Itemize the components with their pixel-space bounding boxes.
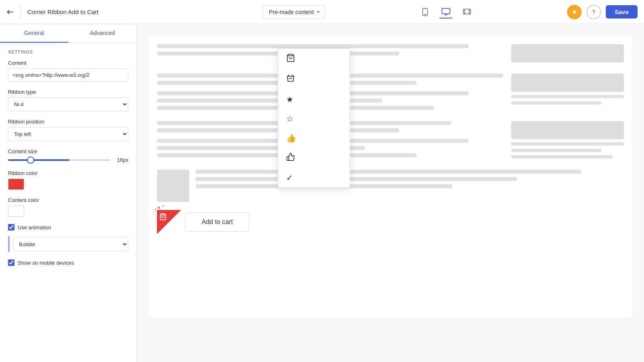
mobile-device-icon[interactable] <box>419 6 431 19</box>
content-input[interactable] <box>8 68 128 82</box>
ribbon-position-group: Ribbon position Top left <box>8 119 128 141</box>
top-lines <box>157 44 624 66</box>
ribbon-type-select[interactable]: Nr.4 <box>8 97 128 111</box>
show-mobile-label: Show on mobile devices <box>18 260 74 266</box>
ribbon-color-swatch[interactable] <box>8 179 24 190</box>
help-icon: ? <box>592 9 595 15</box>
ribbon-color-group: Ribbon color <box>8 170 128 190</box>
content-size-label: Content size <box>8 148 128 154</box>
topbar-right: ★ ? Save <box>567 5 638 19</box>
right-placeholder <box>511 44 624 62</box>
ribbon-position-label: Ribbon position <box>8 119 128 125</box>
basket-icon <box>286 74 295 85</box>
anim-dot-2 <box>155 208 156 210</box>
anim-dot-5 <box>163 205 164 207</box>
svg-point-1 <box>425 14 425 15</box>
device-switcher <box>332 6 561 19</box>
animation-type-select[interactable]: Bubble <box>13 237 128 251</box>
premade-dropdown-menu: ★ ☆ 👍 ✓ <box>278 48 350 188</box>
premade-button[interactable]: Pre-made content ▾ <box>263 5 325 19</box>
dropdown-item-star-outline[interactable]: ☆ <box>278 109 350 128</box>
slider-container: 16px <box>8 157 128 163</box>
star-icon: ★ <box>572 8 577 16</box>
side-content <box>511 74 624 113</box>
mock-line <box>196 177 517 181</box>
dropdown-item-thumbsup2[interactable] <box>278 148 350 168</box>
product-image <box>157 170 189 202</box>
dropdown-item-star-filled[interactable]: ★ <box>278 90 350 109</box>
mock-line <box>511 95 624 98</box>
ribbon-color-label: Ribbon color <box>8 170 128 176</box>
tab-general[interactable]: General <box>0 24 68 43</box>
mock-line <box>196 170 581 174</box>
dropdown-item-cart[interactable] <box>278 49 350 69</box>
anim-dot-4 <box>154 214 155 215</box>
fullscreen-icon[interactable] <box>460 6 473 19</box>
mock-line <box>511 142 624 146</box>
content-size-slider[interactable] <box>8 159 110 161</box>
content-size-group: Content size 16px <box>8 148 128 163</box>
product-row-2 <box>157 121 624 162</box>
ribbon-type-group: Ribbon type Nr.4 <box>8 89 128 111</box>
preview-container: Add to cart <box>149 36 632 318</box>
content-color-group: Content color <box>8 197 128 217</box>
back-button[interactable] <box>6 5 21 19</box>
main-layout: General Advanced SETTINGS Content Ribbon… <box>0 24 644 362</box>
thumbsup2-icon <box>286 152 295 163</box>
premade-dropdown[interactable]: Pre-made content ▾ <box>263 5 325 19</box>
ribbon-position-select[interactable]: Top left <box>8 127 128 141</box>
side-block <box>511 74 624 92</box>
use-animation-label: Use animation <box>18 224 51 230</box>
use-animation-checkbox[interactable] <box>8 224 14 230</box>
star-filled-icon: ★ <box>286 95 293 104</box>
content-area: ★ ☆ 👍 ✓ <box>137 24 644 362</box>
side-content-2 <box>511 121 624 162</box>
show-mobile-checkbox[interactable] <box>8 259 14 266</box>
show-mobile-row: Show on mobile devices <box>8 259 128 266</box>
ribbon-cart-icon <box>159 213 167 222</box>
star-button[interactable]: ★ <box>567 5 582 19</box>
ribbon-type-label: Ribbon type <box>8 89 128 95</box>
sidebar-tabs: General Advanced <box>0 24 136 43</box>
product-area <box>157 74 624 113</box>
dropdown-item-thumbsup[interactable]: 👍 <box>278 128 350 148</box>
product-with-image <box>157 170 624 202</box>
dropdown-arrow: ▾ <box>317 10 319 14</box>
page-title: Corner Ribbon Add to Cart <box>27 8 256 15</box>
mock-line <box>511 155 613 158</box>
dropdown-item-check[interactable]: ✓ <box>278 168 350 187</box>
settings-section: SETTINGS Content Ribbon type Nr.4 Ribbon… <box>0 43 136 278</box>
anim-dot-1 <box>158 207 160 209</box>
content-field-group: Content <box>8 60 128 82</box>
content-size-value: 16px <box>114 157 128 163</box>
mock-line <box>511 149 601 152</box>
premade-label: Pre-made content <box>269 9 314 15</box>
ribbon-container <box>157 210 181 234</box>
use-animation-row: Use animation <box>8 224 128 230</box>
mock-line <box>157 44 469 48</box>
add-to-cart-button[interactable]: Add to cart <box>185 212 249 232</box>
sidebar: General Advanced SETTINGS Content Ribbon… <box>0 24 137 362</box>
tab-advanced[interactable]: Advanced <box>68 24 137 43</box>
content-color-label: Content color <box>8 197 128 203</box>
settings-heading: SETTINGS <box>8 49 128 54</box>
star-outline-icon: ☆ <box>286 114 293 123</box>
animation-type-group: Bubble <box>8 236 128 252</box>
help-button[interactable]: ? <box>586 5 601 19</box>
save-button[interactable]: Save <box>606 5 638 19</box>
product-text <box>196 170 624 202</box>
dropdown-item-basket[interactable] <box>278 69 350 90</box>
mock-line <box>511 101 601 105</box>
check-icon: ✓ <box>286 173 293 183</box>
anim-dot-3 <box>153 211 154 212</box>
thumbsup-icon: 👍 <box>286 133 296 143</box>
cart-action-area: Add to cart <box>157 210 624 234</box>
content-label: Content <box>8 60 128 66</box>
topbar: Corner Ribbon Add to Cart Pre-made conte… <box>0 0 644 24</box>
side-block-2 <box>511 121 624 139</box>
desktop-device-icon[interactable] <box>440 6 452 19</box>
cart-icon <box>286 53 295 64</box>
animation-bar-indicator <box>8 236 10 252</box>
svg-rect-2 <box>442 8 450 14</box>
content-color-swatch[interactable] <box>8 206 24 217</box>
